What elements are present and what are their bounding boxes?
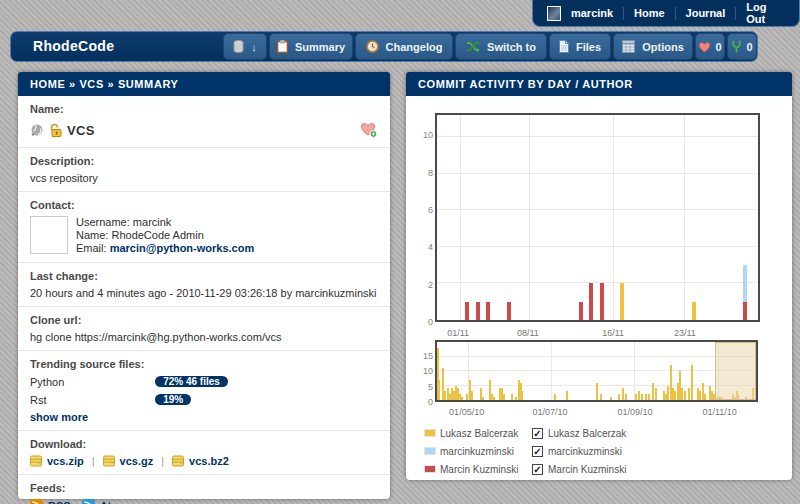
gridline [634, 342, 635, 400]
user-topbar: marcink Home Journal Log Out [532, 0, 800, 27]
chart-bar [521, 391, 523, 400]
chart-bar [503, 394, 505, 400]
download-zip-link[interactable]: vcs.zip [47, 455, 84, 467]
commit-activity-panel: COMMIT ACTIVITY BY DAY / AUTHOR 0246810 … [406, 72, 792, 480]
home-link[interactable]: Home [634, 7, 665, 19]
options-menu[interactable]: Options [613, 33, 693, 60]
summary-tab-label: Summary [295, 41, 345, 53]
archive-icon [30, 455, 42, 467]
chart-bar [465, 302, 469, 320]
journal-link[interactable]: Journal [686, 7, 726, 19]
switch-to-menu[interactable]: Switch to [455, 33, 547, 60]
fork-icon [731, 40, 742, 53]
overview-commit-chart[interactable] [435, 340, 758, 402]
main-navbar: RhodeCode ↓ Summary Changelog Switch to [10, 31, 758, 62]
y-tick-label: 15 [423, 351, 433, 361]
changelog-tab[interactable]: Changelog [355, 33, 453, 60]
x-tick-label: 01/11/10 [702, 407, 736, 417]
chart-bar [461, 397, 463, 400]
rss-icon [30, 499, 43, 504]
chart-bar [620, 283, 624, 320]
y-tick-label: 0 [428, 397, 433, 407]
quick-repo-menu-button[interactable]: ↓ [223, 33, 267, 60]
name-label: Name: [30, 103, 378, 115]
gridline [437, 173, 758, 174]
feeds-label: Feeds: [30, 482, 378, 494]
archive-icon [172, 455, 184, 467]
legend-label: Lukasz Balcerzak [440, 428, 532, 439]
chart-bar [486, 302, 490, 320]
chart-bar [507, 302, 511, 320]
contact-email-link[interactable]: marcin@python-works.com [110, 242, 255, 254]
main-chart-y-axis: 0246810 [411, 113, 433, 322]
gridline [551, 342, 552, 400]
chart-bar [566, 391, 568, 400]
follow-toggle-button[interactable] [360, 122, 378, 138]
description-text: vcs repository [30, 172, 378, 184]
chart-bar [600, 283, 604, 320]
atom-feed-link[interactable]: Atom [100, 500, 128, 504]
legend-row: Marcin Kuzminski ✓ Marcin Kuzminski [424, 460, 626, 478]
x-tick-label: 01/05/10 [449, 407, 484, 417]
gridline [437, 246, 758, 247]
trending-section: Trending source files: Python 72% 46 fil… [18, 351, 390, 431]
chart-bar [684, 391, 686, 400]
atom-icon [82, 499, 95, 504]
y-tick-label: 10 [423, 366, 433, 376]
commit-activity-title: COMMIT ACTIVITY BY DAY / AUTHOR [406, 72, 792, 96]
download-bz2-link[interactable]: vcs.bz2 [189, 455, 229, 467]
chart-bar [681, 388, 683, 400]
mercurial-icon [30, 123, 44, 137]
clock-icon [366, 40, 379, 53]
breadcrumb[interactable]: HOME » VCS » SUMMARY [18, 72, 390, 96]
description-section: Description: vcs repository [18, 148, 390, 192]
chart-bar [511, 394, 513, 400]
author-checkbox[interactable]: ✓ [532, 446, 543, 457]
main-commit-chart[interactable] [435, 113, 760, 322]
download-gz-link[interactable]: vcs.gz [120, 455, 154, 467]
x-tick-label: 08/11 [517, 328, 539, 338]
clone-url-label: Clone url: [30, 314, 378, 326]
clone-url-section: Clone url: hg clone https://marcink@hg.p… [18, 307, 390, 351]
y-tick-label: 4 [428, 242, 433, 252]
overview-chart-x-axis: 01/05/1001/07/1001/09/1001/11/10 [435, 407, 758, 419]
clone-url-text[interactable]: hg clone https://marcink@hg.python-works… [30, 331, 378, 343]
legend-row: Lukasz Balcerzak ✓ Lukasz Balcerzak [424, 424, 626, 442]
chart-bar [471, 391, 473, 400]
followers-counter[interactable]: 0 [695, 33, 725, 60]
show-more-link[interactable]: show more [30, 411, 88, 423]
chart-bar [655, 388, 657, 400]
chart-bar [554, 394, 556, 400]
chart-bar [622, 388, 624, 400]
summary-tab[interactable]: Summary [269, 33, 353, 60]
author-checkbox[interactable]: ✓ [532, 428, 543, 439]
username-link[interactable]: marcink [571, 7, 613, 19]
last-change-label: Last change: [30, 270, 378, 282]
logout-link[interactable]: Log Out [746, 1, 785, 25]
chart-bar [674, 391, 676, 400]
chart-bar [692, 302, 696, 320]
chart-bar [579, 302, 583, 320]
chart-selection-region[interactable] [715, 342, 756, 400]
chart-bar [438, 380, 440, 400]
files-tab[interactable]: Files [549, 33, 611, 60]
files-tab-label: Files [576, 41, 601, 53]
legend-swatch-blue [424, 447, 436, 455]
legend-swatch-red [424, 465, 436, 473]
chart-bar [691, 365, 693, 400]
chart-bar [618, 394, 620, 400]
forks-count: 0 [746, 41, 752, 53]
chart-bar [625, 394, 627, 400]
x-tick-label: 23/11 [674, 328, 696, 338]
app-logo[interactable]: RhodeCode [33, 32, 114, 61]
contact-avatar [30, 216, 68, 254]
forks-counter[interactable]: 0 [727, 33, 757, 60]
topbar-divider [735, 7, 736, 20]
trending-row: Rst 19% [30, 393, 378, 407]
rss-feed-link[interactable]: RSS [48, 500, 71, 504]
chart-bar [493, 397, 495, 400]
chart-bar [482, 397, 484, 400]
gridline [529, 115, 530, 320]
author-checkbox[interactable]: ✓ [532, 464, 543, 475]
y-tick-label: 2 [428, 280, 433, 290]
